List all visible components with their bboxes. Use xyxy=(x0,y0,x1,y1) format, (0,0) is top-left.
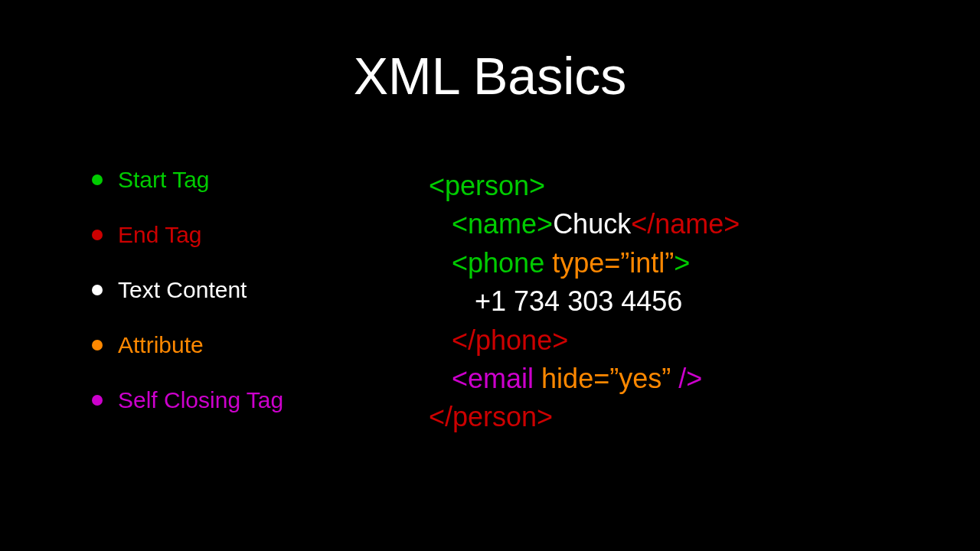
start-tag: <person> xyxy=(429,170,545,201)
start-tag: <name> xyxy=(452,208,553,240)
text-content: +1 734 303 4456 xyxy=(475,285,682,317)
bullet-icon xyxy=(92,340,103,350)
list-item: Attribute xyxy=(92,332,383,358)
self-closing-tag: /> xyxy=(671,363,702,394)
bullet-label: Start Tag xyxy=(118,167,210,193)
start-tag: > xyxy=(674,247,690,279)
end-tag: </phone> xyxy=(452,324,568,356)
slide-container: XML Basics Start Tag End Tag Text Conten… xyxy=(0,0,980,551)
end-tag: </person> xyxy=(429,401,553,432)
code-line: <person> xyxy=(429,167,919,205)
code-example: <person> <name>Chuck</name> <phone type=… xyxy=(429,167,919,442)
bullet-label: End Tag xyxy=(118,222,202,248)
text-content: Chuck xyxy=(553,208,631,240)
list-item: End Tag xyxy=(92,222,383,248)
bullet-icon xyxy=(92,174,103,185)
code-line: </phone> xyxy=(429,321,919,360)
bullet-label: Text Content xyxy=(118,277,247,303)
content-row: Start Tag End Tag Text Content Attribute… xyxy=(61,167,919,442)
list-item: Start Tag xyxy=(92,167,383,193)
code-line: +1 734 303 4456 xyxy=(429,282,919,321)
end-tag: </name> xyxy=(631,208,740,240)
code-line: <name>Chuck</name> xyxy=(429,205,919,243)
code-line: <email hide=”yes” /> xyxy=(429,360,919,398)
bullet-label: Self Closing Tag xyxy=(118,387,283,413)
list-item: Self Closing Tag xyxy=(92,387,383,413)
list-item: Text Content xyxy=(92,277,383,303)
bullet-label: Attribute xyxy=(118,332,204,358)
bullet-icon xyxy=(92,395,103,406)
attribute: hide=”yes” xyxy=(541,363,671,394)
code-line: <phone type=”intl”> xyxy=(429,244,919,282)
bullet-icon xyxy=(92,230,103,240)
bullet-icon xyxy=(92,285,103,295)
start-tag: <phone xyxy=(452,247,544,279)
attribute: type=”intl” xyxy=(552,247,674,279)
self-closing-tag: <email xyxy=(452,363,534,394)
slide-title: XML Basics xyxy=(61,46,919,106)
bullet-list: Start Tag End Tag Text Content Attribute… xyxy=(61,167,383,442)
code-line: </person> xyxy=(429,398,919,436)
